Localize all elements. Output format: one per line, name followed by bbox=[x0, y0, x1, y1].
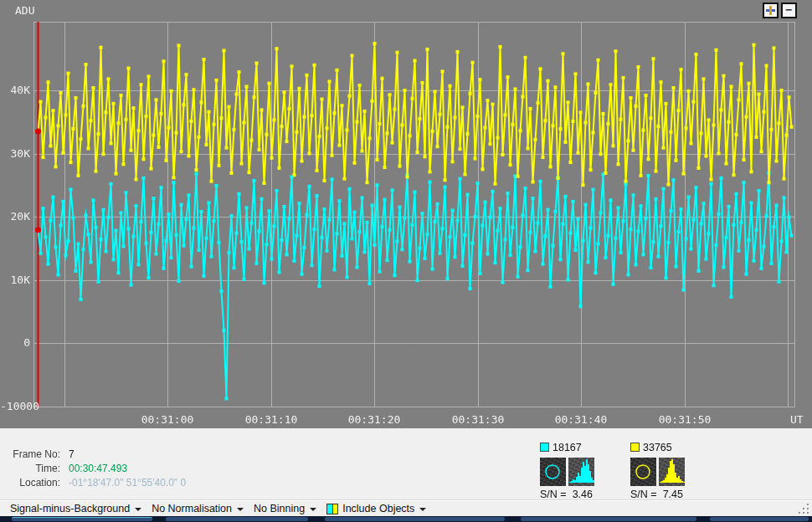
lightcurve-chart-canvas[interactable] bbox=[0, 0, 812, 428]
y-tick-label: 10K bbox=[0, 274, 30, 285]
binning-label: No Binning bbox=[254, 503, 305, 514]
profile-thumbnail-yellow bbox=[659, 458, 685, 486]
x-axis-title: UT bbox=[790, 414, 804, 425]
include-objects-icon bbox=[326, 504, 338, 514]
zoom-in-button[interactable] bbox=[763, 3, 779, 18]
aperture-thumbnail-cyan bbox=[540, 458, 566, 486]
chart-area: ADU UT 40K30K20K10K0-1000000:31:0000:31:… bbox=[0, 0, 812, 428]
legend-count-cyan: 18167 bbox=[552, 442, 582, 453]
time-label: Time: bbox=[7, 463, 60, 474]
normalisation-dropdown[interactable]: No Normalisation bbox=[146, 502, 249, 516]
minus-icon: − bbox=[786, 3, 793, 16]
bottom-toolbar: Signal-minus-Background No Normalisation… bbox=[0, 500, 812, 516]
frame-number-label: Frame No: bbox=[7, 448, 60, 460]
time-row: Time: 00:30:47.493 bbox=[7, 463, 127, 474]
chevron-down-icon bbox=[310, 508, 316, 511]
y-tick-label: -10000 bbox=[0, 401, 30, 412]
x-tick-label: 00:31:20 bbox=[336, 414, 413, 425]
plus-icon bbox=[766, 6, 775, 15]
legend-target-1: 18167 S/N = 3.46 bbox=[540, 442, 624, 500]
frame-number-value: 7 bbox=[69, 448, 75, 460]
zoom-out-button[interactable]: − bbox=[781, 3, 797, 18]
profile-thumbnail-cyan bbox=[568, 458, 594, 486]
signal-mode-label: Signal-minus-Background bbox=[10, 503, 130, 514]
x-tick-label: 00:31:40 bbox=[542, 414, 619, 425]
x-tick-label: 00:31:30 bbox=[439, 414, 516, 425]
include-objects-dropdown[interactable]: Include Objects bbox=[321, 502, 431, 516]
y-axis-title: ADU bbox=[15, 5, 34, 16]
legend-swatch-yellow bbox=[630, 443, 640, 452]
location-value: -01°18'47.0" 51°55'40.0" 0 bbox=[69, 477, 186, 489]
x-tick-label: 00:31:00 bbox=[129, 414, 206, 425]
include-objects-label: Include Objects bbox=[342, 503, 414, 514]
signal-mode-dropdown[interactable]: Signal-minus-Background bbox=[5, 502, 146, 516]
window-bottom-strip bbox=[0, 516, 812, 522]
x-tick-label: 00:31:50 bbox=[646, 414, 723, 425]
location-row: Location: -01°18'47.0" 51°55'40.0" 0 bbox=[7, 477, 186, 489]
y-tick-label: 20K bbox=[0, 211, 30, 222]
chevron-down-icon bbox=[419, 508, 426, 511]
binning-dropdown[interactable]: No Binning bbox=[249, 502, 321, 516]
x-tick-label: 00:31:10 bbox=[233, 414, 310, 425]
sn-value-yellow: 7.45 bbox=[663, 489, 683, 500]
y-tick-label: 0 bbox=[0, 337, 30, 348]
time-value: 00:30:47.493 bbox=[69, 463, 127, 474]
frame-number-row: Frame No: 7 bbox=[7, 448, 75, 460]
sn-value-cyan: 3.46 bbox=[573, 489, 593, 500]
normalisation-label: No Normalisation bbox=[152, 503, 232, 514]
y-tick-label: 30K bbox=[0, 148, 30, 159]
chevron-down-icon bbox=[135, 508, 141, 511]
chevron-down-icon bbox=[237, 508, 244, 511]
sn-label-yellow: S/N = bbox=[630, 489, 657, 500]
sn-label-cyan: S/N = bbox=[540, 489, 567, 500]
legend-swatch-cyan bbox=[540, 443, 549, 452]
legend-target-2: 33765 S/N = 7.45 bbox=[630, 442, 714, 500]
info-panel: Frame No: 7 Time: 00:30:47.493 Location:… bbox=[0, 428, 812, 500]
location-label: Location: bbox=[7, 477, 60, 489]
legend-count-yellow: 33765 bbox=[643, 442, 672, 453]
y-tick-label: 40K bbox=[0, 84, 30, 95]
resize-grip[interactable] bbox=[798, 503, 809, 514]
aperture-thumbnail-yellow bbox=[630, 458, 656, 486]
